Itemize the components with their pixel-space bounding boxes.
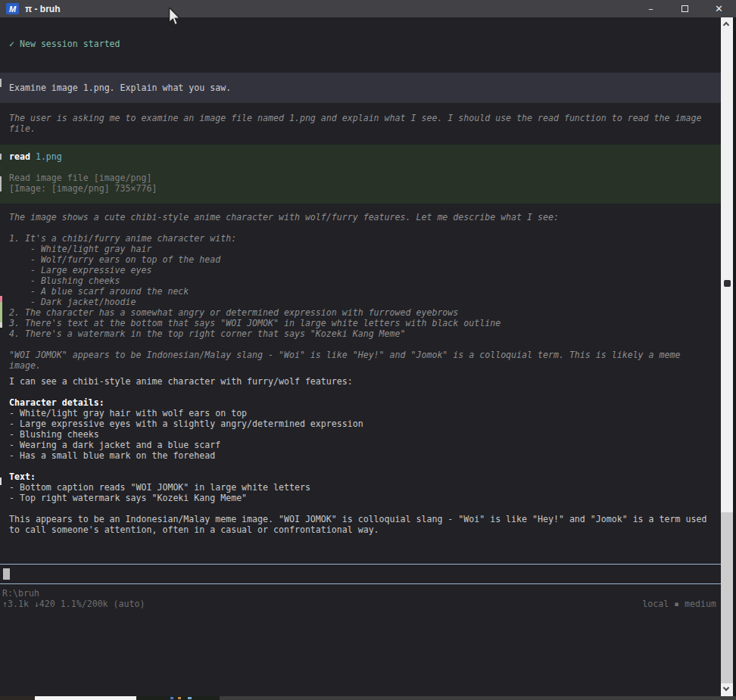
response-intro: I can see a chibi-style anime character …	[9, 376, 721, 387]
character-details-list: - White/light gray hair with wolf ears o…	[9, 408, 721, 461]
close-button[interactable]: ✕	[702, 0, 736, 17]
screen: { "titlebar": { "icon_letter": "M", "tit…	[0, 0, 736, 700]
chevron-down-icon	[723, 685, 729, 691]
user-message: Examine image 1.png. Explain what you sa…	[0, 73, 721, 103]
tool-argument: 1.png	[36, 151, 62, 162]
background-segment	[0, 696, 35, 700]
scrollbar-track[interactable]	[721, 17, 733, 696]
cwd-label: R:\bruh	[2, 588, 39, 599]
background-window-sliver	[0, 79, 2, 87]
background-window-sliver-pink	[0, 296, 2, 302]
text-heading: Text:	[9, 471, 721, 482]
assistant-analysis: The image shows a cute chibi-style anime…	[9, 212, 721, 371]
background-window-sliver-green	[0, 302, 2, 322]
mouse-cursor	[168, 8, 181, 26]
text-cursor	[3, 568, 10, 580]
statusbar-mode: local ▪ medium	[642, 599, 716, 609]
text-list: - Bottom caption reads "WOI JOMOK" in la…	[9, 482, 721, 503]
input-bottom-divider	[0, 583, 721, 584]
window-controls: – ✕	[634, 0, 736, 17]
background-pixel	[188, 697, 192, 699]
response-conclusion: This appears to be an Indonesian/Malay m…	[9, 514, 721, 535]
terminal-pane: ✓ New session started Examine image 1.pn…	[0, 17, 721, 696]
background-window-sliver-right	[733, 17, 736, 696]
scrollbar-marker	[724, 280, 731, 287]
tool-command-line: read 1.png	[9, 151, 712, 162]
scroll-up-button[interactable]	[721, 17, 733, 30]
background-pixel	[178, 697, 181, 699]
background-window-sliver	[0, 154, 2, 160]
scrollbar-thumb[interactable]	[721, 512, 733, 683]
assistant-response: I can see a chibi-style anime character …	[9, 376, 721, 535]
tool-call-block: read 1.png Read image file [image/png] […	[0, 145, 721, 204]
background-desktop-strip	[0, 696, 736, 700]
background-window-white	[35, 696, 136, 700]
scroll-down-button[interactable]	[721, 683, 733, 696]
tool-output: Read image file [image/png] [Image: [ima…	[9, 173, 712, 194]
chevron-up-icon	[723, 22, 729, 28]
terminal-input[interactable]	[0, 565, 721, 583]
tool-command: read	[9, 151, 30, 162]
titlebar: M π - bruh – ✕	[0, 0, 736, 17]
minimize-button[interactable]: –	[634, 0, 668, 17]
background-window-sliver	[0, 176, 2, 191]
background-window-dark	[136, 696, 220, 700]
maximize-button[interactable]	[668, 0, 702, 17]
token-usage: ↑3.1k ↓420 1.1%/200k (auto)	[2, 599, 145, 609]
background-window-sliver	[0, 478, 2, 485]
character-details-heading: Character details:	[9, 397, 721, 408]
background-pixel	[170, 697, 173, 699]
session-notice: ✓ New session started	[9, 39, 721, 49]
window-title: π - bruh	[25, 4, 61, 14]
assistant-thinking: The user is asking me to examine an imag…	[9, 113, 721, 134]
maximize-icon	[681, 5, 688, 12]
statusbar-left: R:\bruh↑3.1k ↓420 1.1%/200k (auto)	[2, 588, 145, 609]
app-icon: M	[6, 3, 19, 14]
background-window-sliver-white	[0, 322, 2, 328]
